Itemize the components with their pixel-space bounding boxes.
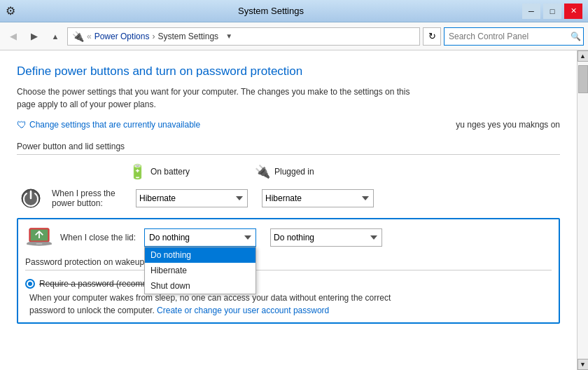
refresh-button[interactable]: ↻ <box>423 27 441 46</box>
radio-indicator <box>25 279 35 289</box>
search-icon[interactable]: 🔍 <box>570 32 581 41</box>
password-description: When your computer wakes from sleep, no … <box>29 292 552 317</box>
power-button-label: When I press the power button: <box>52 189 129 208</box>
window-controls: ─ □ ✕ <box>522 4 582 19</box>
settings-header-row: 🔋 On battery 🔌 Plugged in <box>129 163 560 180</box>
plugged-icon: 🔌 <box>255 164 270 179</box>
breadcrumb-separator: « <box>87 32 92 41</box>
power-button-row: When I press the power button: Hibernate… <box>17 186 560 211</box>
on-battery-header: 🔋 On battery <box>129 163 255 180</box>
desc-line1: Choose the power settings that you want … <box>17 87 410 97</box>
lid-highlight-box: When I close the lid: Do nothing Hiberna… <box>17 218 560 324</box>
back-button[interactable]: ◀ <box>4 27 22 46</box>
lid-battery-select[interactable]: Do nothing Hibernate Shut down <box>144 228 256 247</box>
password-radio-row: Require a password (recommended) <box>25 279 552 289</box>
address-path: 🔌 « Power Options › System Settings ▼ <box>67 27 420 46</box>
password-desc-line2: password to unlock the computer. <box>29 306 155 315</box>
power-battery-select[interactable]: Hibernate Do nothing Shut down <box>136 189 248 207</box>
plugged-in-label: Plugged in <box>274 167 314 177</box>
path-icon: 🔌 <box>72 31 84 42</box>
app-icon: ⚙ <box>6 4 15 18</box>
scroll-thumb[interactable] <box>578 65 588 93</box>
breadcrumb-current: System Settings <box>158 32 218 41</box>
title-bar: ⚙ System Settings ─ □ ✕ <box>0 0 588 22</box>
shield-icon: 🛡 <box>17 119 27 130</box>
window-title: System Settings <box>20 6 522 16</box>
lid-battery-dropdown-list: Do nothing Hibernate Shut down <box>144 247 256 294</box>
svg-rect-4 <box>36 243 43 245</box>
power-plugged-select[interactable]: Hibernate Do nothing Shut down <box>262 189 374 207</box>
scroll-track[interactable] <box>578 62 588 359</box>
battery-icon: 🔋 <box>129 163 146 180</box>
maximize-button[interactable]: □ <box>543 4 561 19</box>
scroll-up-button[interactable]: ▲ <box>578 50 589 62</box>
minimize-button[interactable]: ─ <box>522 4 540 19</box>
forward-button[interactable]: ▶ <box>25 27 43 46</box>
lid-dropdowns: Do nothing Hibernate Shut down Do nothin… <box>144 228 382 247</box>
dropdown-item-donothing[interactable]: Do nothing <box>145 247 255 263</box>
scroll-down-button[interactable]: ▼ <box>578 359 589 370</box>
content-panel: Define power buttons and turn on passwor… <box>0 50 577 370</box>
breadcrumb-power-options[interactable]: Power Options <box>94 32 150 41</box>
main-area: Define power buttons and turn on passwor… <box>0 50 588 370</box>
close-button[interactable]: ✕ <box>564 4 582 19</box>
lid-plugged-select[interactable]: Do nothing Hibernate Shut down <box>270 228 382 247</box>
dropdown-item-hibernate[interactable]: Hibernate <box>145 263 255 278</box>
lid-icon-wrapper <box>25 225 53 250</box>
power-button-dropdowns: Hibernate Do nothing Shut down Hibernate… <box>136 189 374 207</box>
search-input[interactable] <box>444 27 584 46</box>
path-separator: › <box>152 32 155 41</box>
password-section-title: Password protection on wakeup <box>25 257 552 270</box>
desc-line2: page apply to all of your power plans. <box>17 100 156 109</box>
power-button-icon-wrapper <box>17 186 45 211</box>
scrollbar: ▲ ▼ <box>577 50 588 370</box>
up-button[interactable]: ▲ <box>46 27 64 46</box>
section-title: Power button and lid settings <box>17 142 560 155</box>
path-dropdown-button[interactable]: ▼ <box>221 27 237 46</box>
plugged-in-header: 🔌 Plugged in <box>255 164 381 179</box>
lid-row: When I close the lid: Do nothing Hiberna… <box>25 225 552 250</box>
power-icon <box>20 187 42 210</box>
dropdown-item-shutdown[interactable]: Shut down <box>145 278 255 294</box>
page-heading: Define power buttons and turn on passwor… <box>17 64 560 78</box>
password-section: Password protection on wakeup Require a … <box>25 257 552 317</box>
lid-battery-dropdown-wrapper: Do nothing Hibernate Shut down Do nothin… <box>144 228 256 247</box>
laptop-icon <box>27 227 52 248</box>
page-description: Choose the power settings that you want … <box>17 85 560 111</box>
lid-label: When I close the lid: <box>60 233 137 242</box>
search-wrapper: 🔍 <box>444 27 584 46</box>
password-desc-line1: When your computer wakes from sleep, no … <box>29 293 391 303</box>
change-settings-label: Change settings that are currently unava… <box>29 120 200 130</box>
on-battery-label: On battery <box>150 167 190 177</box>
password-link[interactable]: Create or change your user account passw… <box>157 306 329 315</box>
address-bar: ◀ ▶ ▲ 🔌 « Power Options › System Setting… <box>0 22 588 50</box>
unavailable-note: yu nges yes you makngs on <box>456 120 560 130</box>
change-settings-link[interactable]: 🛡 Change settings that are currently una… <box>17 119 200 130</box>
